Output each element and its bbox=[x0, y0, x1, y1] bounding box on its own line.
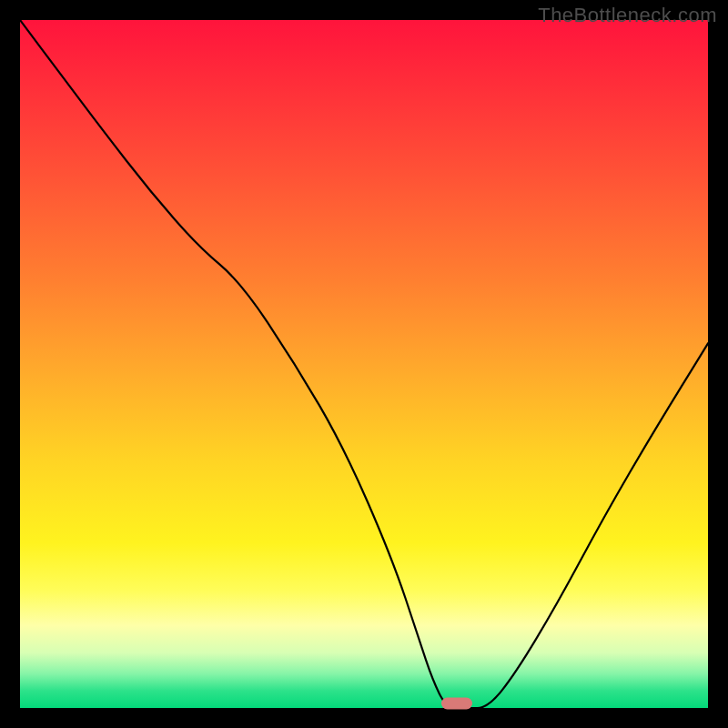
plot-area bbox=[20, 20, 708, 708]
curve-layer bbox=[20, 20, 708, 708]
bottleneck-curve bbox=[20, 20, 708, 708]
optimal-marker bbox=[441, 698, 472, 710]
watermark-text: TheBottleneck.com bbox=[538, 4, 717, 27]
chart-frame: TheBottleneck.com bbox=[0, 0, 728, 728]
